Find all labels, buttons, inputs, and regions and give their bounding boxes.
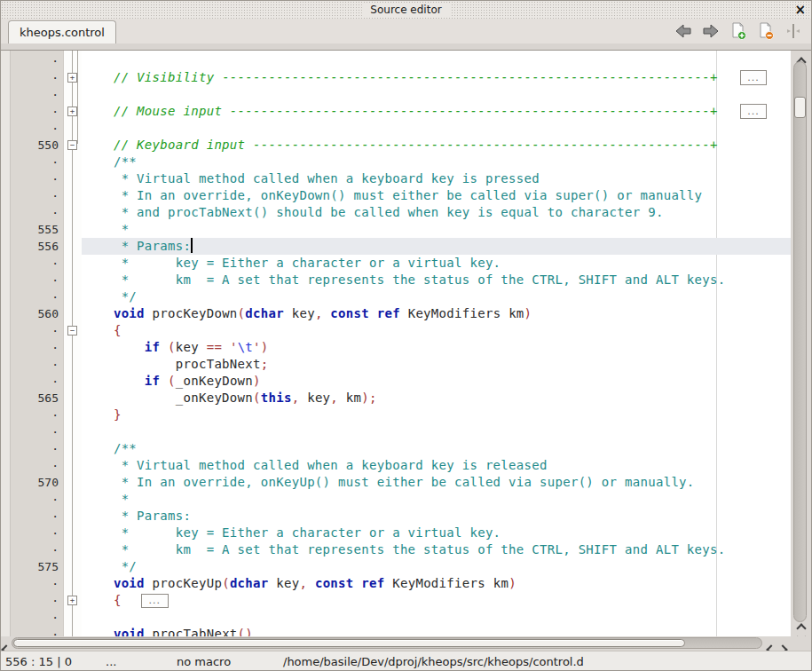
code-text[interactable]: * Params:	[82, 238, 791, 255]
code-row[interactable]: · /**	[1, 440, 791, 457]
code-row[interactable]: 556 * Params:	[1, 238, 791, 255]
code-lines[interactable]: ··+ // Visibility ----------------------…	[1, 51, 791, 636]
code-text[interactable]	[82, 86, 791, 103]
code-text[interactable]: procTabNext;	[82, 356, 791, 373]
code-row[interactable]: · * Virtual method called when a keyboar…	[1, 170, 791, 187]
code-text[interactable]: * Virtual method called when a keyboard …	[82, 170, 791, 187]
fold-expand-icon[interactable]: +	[67, 73, 77, 83]
new-document-icon[interactable]	[729, 22, 747, 40]
code-text[interactable]: */	[82, 288, 791, 305]
code-text[interactable]: /**	[82, 440, 791, 457]
code-text[interactable]: void procKeyDown(dchar key, const ref Ke…	[82, 305, 791, 322]
title-bar[interactable]: Source editor ×	[1, 1, 811, 19]
close-icon[interactable]: ×	[794, 1, 806, 19]
scroll-up-icon[interactable]	[791, 619, 811, 628]
code-row[interactable]: ·+ {...	[1, 592, 791, 609]
code-row[interactable]: · if (_onKeyDown)	[1, 373, 791, 390]
collapsed-fold-box[interactable]: ...	[141, 594, 169, 608]
code-editor[interactable]: ··+ // Visibility ----------------------…	[1, 51, 811, 636]
code-row[interactable]: 555 *	[1, 221, 791, 238]
code-row[interactable]: · */	[1, 288, 791, 305]
code-row[interactable]: 570 * In an override, onKeyUp() must eit…	[1, 474, 791, 491]
code-text[interactable]	[82, 52, 791, 69]
code-row[interactable]: 565 _onKeyDown(this, key, km);	[1, 390, 791, 407]
split-view-icon[interactable]	[784, 22, 802, 40]
collapsed-fold-box[interactable]: ...	[740, 104, 767, 119]
code-row[interactable]: ·	[1, 609, 791, 626]
code-row[interactable]: ·+ // Visibility -----------------------…	[1, 69, 791, 86]
collapsed-fold-box[interactable]: ...	[740, 70, 767, 85]
fold-expand-icon[interactable]: +	[67, 107, 77, 116]
code-text[interactable]: * In an override, onKeyDown() must eithe…	[82, 187, 791, 204]
code-row[interactable]: · * key = Either a character or a virtua…	[1, 255, 791, 272]
code-text[interactable]: * key = Either a character or a virtual …	[82, 525, 791, 541]
code-text[interactable]: // Mouse input -------------------------…	[82, 103, 791, 120]
fold-gutter[interactable]: −	[63, 322, 82, 339]
code-row[interactable]: 550− // Keyboard input -----------------…	[1, 137, 791, 154]
code-row[interactable]: · * and procTabNext() should be called w…	[1, 204, 791, 221]
code-text[interactable]: * and procTabNext() should be called whe…	[82, 204, 791, 221]
code-text[interactable]: * key = Either a character or a virtual …	[82, 255, 791, 272]
code-text[interactable]: * Virtual method called when a keyboard …	[82, 457, 791, 474]
code-text[interactable]: * km = A set that represents the status …	[82, 541, 791, 558]
code-text[interactable]: if (_onKeyDown)	[82, 373, 791, 390]
code-text[interactable]: * km = A set that represents the status …	[82, 272, 791, 288]
horizontal-scrollbar[interactable]	[1, 636, 811, 651]
fold-gutter[interactable]: +	[63, 103, 82, 120]
code-row[interactable]: · * km = A set that represents the statu…	[1, 272, 791, 288]
code-row[interactable]: · * key = Either a character or a virtua…	[1, 525, 791, 541]
close-document-icon[interactable]	[756, 22, 775, 40]
code-text[interactable]: */	[82, 558, 791, 575]
code-row[interactable]: · procTabNext;	[1, 356, 791, 373]
fold-gutter[interactable]: −	[63, 137, 82, 154]
code-text[interactable]: _onKeyDown(this, key, km);	[82, 390, 791, 407]
code-row[interactable]: · if (key == '\t')	[1, 339, 791, 356]
fold-gutter[interactable]: +	[63, 69, 82, 86]
fold-expand-icon[interactable]: +	[67, 596, 77, 605]
code-row[interactable]: ·	[1, 52, 791, 69]
code-row[interactable]: · * Params:	[1, 508, 791, 525]
code-text[interactable]: {	[82, 322, 791, 339]
tab-kheops-control[interactable]: kheops.control	[8, 20, 116, 43]
vertical-scrollbar[interactable]	[791, 51, 811, 636]
scroll-down-icon[interactable]	[791, 628, 811, 636]
horizontal-scrollbar-thumb[interactable]	[13, 639, 685, 647]
code-row[interactable]: · /**	[1, 154, 791, 170]
next-arrow-icon[interactable]	[701, 22, 720, 40]
code-text[interactable]: // Visibility --------------------------…	[82, 69, 791, 86]
code-row[interactable]: ·	[1, 423, 791, 440]
code-text[interactable]	[82, 120, 791, 137]
code-text[interactable]: // Keyboard input ----------------------…	[82, 137, 791, 154]
code-text[interactable]: *	[82, 491, 791, 508]
code-text[interactable]	[82, 609, 791, 626]
horizontal-scrollbar-track[interactable]	[12, 637, 762, 649]
code-text[interactable]: *	[82, 221, 791, 238]
code-row[interactable]: · * In an override, onKeyDown() must eit…	[1, 187, 791, 204]
fold-collapse-icon[interactable]: −	[67, 140, 77, 150]
code-row[interactable]: ·− {	[1, 322, 791, 339]
code-text[interactable]: {...	[82, 592, 791, 609]
code-text[interactable]: * Params:	[82, 508, 791, 525]
previous-arrow-icon[interactable]	[674, 22, 692, 40]
code-row[interactable]: · * km = A set that represents the statu…	[1, 541, 791, 558]
code-row[interactable]: · }	[1, 407, 791, 423]
code-text[interactable]: }	[82, 407, 791, 423]
code-row[interactable]: · *	[1, 491, 791, 508]
code-row[interactable]: 560 void procKeyDown(dchar key, const re…	[1, 305, 791, 322]
code-row[interactable]: · void procKeyUp(dchar key, const ref Ke…	[1, 575, 791, 592]
scroll-up-icon[interactable]	[791, 52, 811, 61]
code-text[interactable]: * In an override, onKeyUp() must either …	[82, 474, 791, 491]
fold-gutter[interactable]: +	[63, 592, 82, 609]
code-text[interactable]: void procTabNext()	[82, 626, 791, 636]
vertical-scrollbar-thumb[interactable]	[794, 97, 806, 118]
code-row[interactable]: ·	[1, 120, 791, 137]
code-row[interactable]: ·+ // Mouse input ----------------------…	[1, 103, 791, 120]
code-row[interactable]: · * Virtual method called when a keyboar…	[1, 457, 791, 474]
code-text[interactable]: if (key == '\t')	[82, 339, 791, 356]
code-row[interactable]: 575 */	[1, 558, 791, 575]
code-text[interactable]: /**	[82, 154, 791, 170]
code-text[interactable]	[82, 423, 791, 440]
code-text[interactable]: void procKeyUp(dchar key, const ref KeyM…	[82, 575, 791, 592]
vertical-scrollbar-track[interactable]	[793, 61, 807, 622]
code-row[interactable]: · void procTabNext()	[1, 626, 791, 636]
